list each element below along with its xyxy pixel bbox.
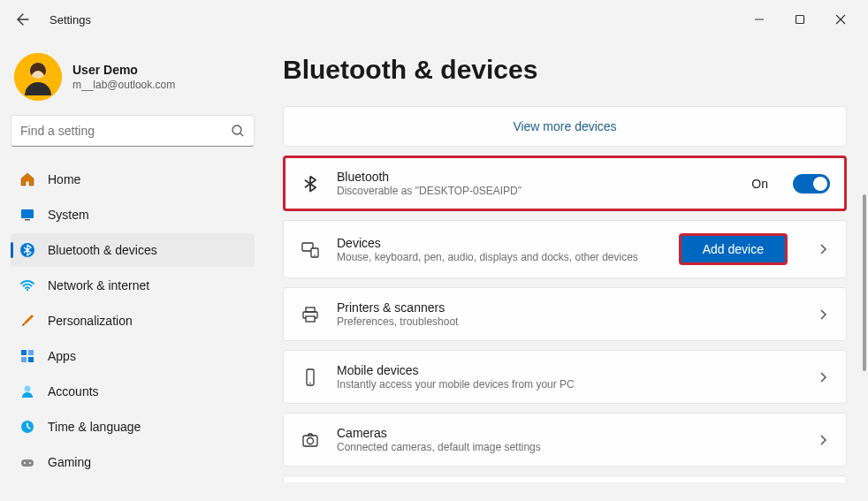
sidebar-item-accounts[interactable]: Accounts <box>11 375 255 408</box>
card-subtitle: Connected cameras, default image setting… <box>337 441 800 453</box>
sidebar-item-bluetooth[interactable]: Bluetooth & devices <box>11 233 255 267</box>
camera-icon <box>300 429 321 451</box>
sidebar-item-label: Home <box>48 172 80 186</box>
sidebar-item-label: Apps <box>48 349 76 363</box>
app-title: Settings <box>49 13 91 27</box>
sidebar: User Demo m__lab@outlook.com Home System… <box>0 39 265 501</box>
svg-rect-10 <box>21 357 27 362</box>
svg-rect-11 <box>28 357 34 362</box>
page-title: Bluetooth & devices <box>283 55 847 85</box>
nav-list: Home System Bluetooth & devices Network … <box>11 163 255 479</box>
add-device-button[interactable]: Add device <box>679 233 788 265</box>
svg-rect-9 <box>28 350 34 355</box>
card-title: Cameras <box>337 426 800 440</box>
toggle-state-label: On <box>751 177 768 191</box>
wifi-icon <box>19 277 35 293</box>
phone-icon <box>300 367 321 388</box>
card-title: Bluetooth <box>337 170 735 184</box>
profile-email: m__lab@outlook.com <box>72 79 175 91</box>
sidebar-item-label: Bluetooth & devices <box>48 243 157 257</box>
sidebar-item-home[interactable]: Home <box>11 163 255 196</box>
sidebar-item-label: Gaming <box>48 455 91 469</box>
minimize-button[interactable] <box>739 5 780 34</box>
avatar <box>14 53 62 101</box>
svg-rect-14 <box>21 459 34 467</box>
sidebar-item-label: Personalization <box>48 314 133 328</box>
search-icon <box>231 124 245 138</box>
accounts-icon <box>19 383 35 399</box>
scrollbar-thumb[interactable] <box>863 194 866 371</box>
svg-point-24 <box>309 382 311 383</box>
apps-icon <box>19 348 35 364</box>
system-icon <box>19 207 35 223</box>
svg-point-15 <box>24 462 26 464</box>
svg-point-26 <box>308 437 314 444</box>
svg-rect-22 <box>306 316 315 322</box>
svg-point-19 <box>314 254 316 256</box>
bluetooth-toggle[interactable] <box>793 174 830 194</box>
view-more-devices-button[interactable]: View more devices <box>283 106 847 147</box>
chevron-right-icon <box>816 433 830 447</box>
profile-section[interactable]: User Demo m__lab@outlook.com <box>11 46 255 115</box>
svg-rect-20 <box>306 307 315 312</box>
home-icon <box>19 171 35 187</box>
card-title: Devices <box>337 236 663 250</box>
printer-icon <box>300 304 321 325</box>
bluetooth-card[interactable]: Bluetooth Discoverable as "DESKTOP-0SEAI… <box>283 156 847 211</box>
profile-name: User Demo <box>72 63 175 77</box>
globe-icon <box>19 419 35 435</box>
chevron-right-icon <box>816 307 830 322</box>
card-subtitle: Instantly access your mobile devices fro… <box>337 378 800 391</box>
card-subtitle: Mouse, keyboard, pen, audio, displays an… <box>337 251 663 263</box>
search-box[interactable] <box>11 115 255 147</box>
svg-rect-8 <box>21 350 27 355</box>
sidebar-item-label: System <box>48 208 89 222</box>
devices-icon <box>300 239 321 260</box>
svg-point-3 <box>232 125 241 134</box>
close-button[interactable] <box>820 5 861 34</box>
sidebar-item-personalization[interactable]: Personalization <box>11 304 255 338</box>
card-subtitle: Preferences, troubleshoot <box>337 315 800 328</box>
sidebar-item-network[interactable]: Network & internet <box>11 269 255 302</box>
gaming-icon <box>19 454 35 470</box>
maximize-button[interactable] <box>780 5 820 34</box>
minimize-icon <box>754 14 765 25</box>
mobile-devices-card[interactable]: Mobile devices Instantly access your mob… <box>283 350 847 404</box>
chevron-right-icon <box>816 242 830 256</box>
printers-card[interactable]: Printers & scanners Preferences, trouble… <box>283 287 847 341</box>
cameras-card[interactable]: Cameras Connected cameras, default image… <box>283 413 847 467</box>
svg-point-16 <box>29 462 31 464</box>
sidebar-item-label: Network & internet <box>48 278 149 292</box>
svg-rect-25 <box>303 436 317 446</box>
chevron-right-icon <box>816 370 830 384</box>
svg-point-7 <box>27 289 28 291</box>
sidebar-item-gaming[interactable]: Gaming <box>11 445 255 479</box>
main-content: Bluetooth & devices View more devices Bl… <box>265 39 868 501</box>
search-input[interactable] <box>20 124 231 138</box>
card-title: Printers & scanners <box>337 300 800 315</box>
maximize-icon <box>795 14 805 25</box>
close-icon <box>835 14 846 25</box>
sidebar-item-label: Time & language <box>48 420 141 434</box>
window-controls <box>739 5 861 34</box>
brush-icon <box>19 313 35 329</box>
sidebar-item-apps[interactable]: Apps <box>11 339 255 373</box>
svg-rect-4 <box>21 209 34 218</box>
partial-next-card <box>283 475 847 482</box>
svg-point-12 <box>25 386 31 392</box>
back-button[interactable] <box>7 4 39 35</box>
svg-rect-5 <box>25 219 30 221</box>
sidebar-item-time[interactable]: Time & language <box>11 410 255 444</box>
svg-rect-0 <box>796 16 804 24</box>
bluetooth-icon <box>300 173 321 194</box>
card-subtitle: Discoverable as "DESKTOP-0SEAIPD" <box>337 185 735 197</box>
bluetooth-icon <box>19 242 35 258</box>
titlebar: Settings <box>0 0 868 39</box>
devices-card[interactable]: Devices Mouse, keyboard, pen, audio, dis… <box>283 220 847 278</box>
sidebar-item-label: Accounts <box>48 384 99 399</box>
sidebar-item-system[interactable]: System <box>11 198 255 232</box>
card-title: Mobile devices <box>337 363 800 377</box>
arrow-left-icon <box>16 12 30 27</box>
